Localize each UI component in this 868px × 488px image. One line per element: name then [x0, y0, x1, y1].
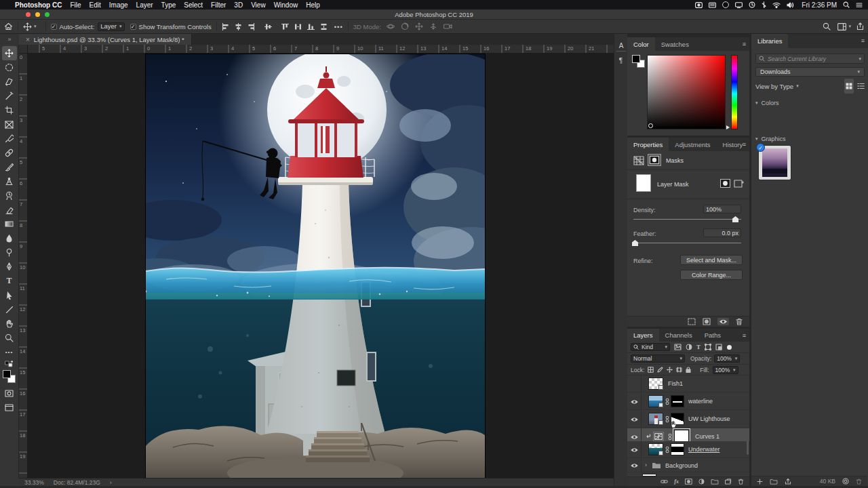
- density-slider-thumb[interactable]: [732, 216, 738, 222]
- select-and-mask-button[interactable]: Select and Mask...: [680, 255, 743, 265]
- lock-all-icon[interactable]: [686, 367, 691, 373]
- layer-mask-thumbnail[interactable]: [636, 174, 651, 192]
- document-tab[interactable]: × Lighthouse.psd @ 33.3% (Curves 1, Laye…: [19, 34, 192, 45]
- align-h-centers-icon[interactable]: [235, 23, 242, 30]
- brush-tool[interactable]: [2, 160, 17, 174]
- default-colors-icon[interactable]: [5, 361, 14, 367]
- sync-status-icon[interactable]: [842, 478, 849, 485]
- color-picker-cursor[interactable]: [648, 123, 653, 128]
- display-icon[interactable]: [735, 2, 743, 8]
- view-by-type-dropdown[interactable]: View by Type: [755, 83, 793, 90]
- tab-libraries[interactable]: Libraries: [751, 34, 788, 48]
- menubar-clock[interactable]: Fri 2:36 PM: [802, 1, 837, 9]
- load-selection-icon[interactable]: [688, 318, 696, 325]
- layer-name[interactable]: Curves 1: [695, 433, 719, 440]
- graphics-section-arrow[interactable]: ▾: [755, 136, 758, 142]
- toolbar-expand-button[interactable]: »: [0, 34, 19, 45]
- foreground-background-swatches[interactable]: [3, 370, 16, 384]
- library-search-chevron[interactable]: ▾: [859, 56, 861, 62]
- pen-tool[interactable]: [2, 260, 17, 274]
- menu-layer[interactable]: Layer: [136, 1, 153, 9]
- layer-row-fish1[interactable]: Fish1: [627, 375, 749, 392]
- ruler-top[interactable]: 543210123456789101112131415161718192021: [19, 45, 614, 54]
- filter-shape-icon[interactable]: [705, 344, 711, 350]
- layer-name[interactable]: waterline: [688, 398, 713, 405]
- opacity-dropdown[interactable]: 100%▾: [714, 354, 740, 363]
- feather-slider-thumb[interactable]: [632, 240, 638, 246]
- color-fg-swatch[interactable]: [632, 55, 640, 63]
- tab-paths[interactable]: Paths: [698, 329, 727, 342]
- layer-name[interactable]: Background: [665, 462, 698, 469]
- canvas-area[interactable]: 543210123456789101112131415161718192021 …: [19, 45, 614, 478]
- menu-select[interactable]: Select: [184, 1, 203, 9]
- type-tool[interactable]: T: [2, 274, 17, 288]
- bluetooth-icon[interactable]: [762, 1, 766, 8]
- distribute-h-icon[interactable]: [294, 23, 302, 30]
- edit-toolbar-button[interactable]: •••: [2, 345, 17, 359]
- clone-stamp-tool[interactable]: [2, 174, 17, 188]
- grid-view-button[interactable]: [844, 79, 854, 94]
- screen-record-icon[interactable]: [695, 2, 703, 8]
- visibility-toggle[interactable]: [627, 393, 642, 410]
- add-layer-mask-icon[interactable]: [685, 479, 692, 485]
- new-group-icon[interactable]: [711, 479, 719, 485]
- menu-file[interactable]: File: [70, 1, 81, 9]
- zoom-tool[interactable]: [2, 331, 17, 345]
- tab-swatches[interactable]: Swatches: [655, 37, 695, 51]
- layer-style-icon[interactable]: fx: [674, 479, 679, 485]
- quick-selection-tool[interactable]: [2, 89, 17, 103]
- menu-window[interactable]: Window: [274, 1, 298, 9]
- hand-tool[interactable]: [2, 317, 17, 331]
- saturation-brightness-field[interactable]: [647, 55, 726, 129]
- add-vector-mask-icon[interactable]: [734, 179, 744, 188]
- share-icon[interactable]: [856, 22, 864, 30]
- marquee-tool[interactable]: [2, 60, 17, 75]
- zoom-level[interactable]: 33.33%: [24, 479, 44, 486]
- tab-channels[interactable]: Channels: [659, 329, 698, 342]
- color-range-button[interactable]: Color Range...: [680, 270, 743, 280]
- mask-properties-icon[interactable]: [648, 154, 661, 166]
- tab-layers[interactable]: Layers: [627, 329, 659, 342]
- filter-pixel-icon[interactable]: [674, 344, 682, 350]
- spotlight-icon[interactable]: [843, 1, 850, 8]
- align-more-button[interactable]: •••: [334, 23, 343, 30]
- hue-slider-marker[interactable]: [726, 125, 730, 129]
- library-search-field[interactable]: Search Current Library ▾: [755, 54, 865, 64]
- lock-position-icon[interactable]: [667, 367, 673, 373]
- apply-mask-icon[interactable]: [703, 318, 711, 325]
- density-value[interactable]: 100%: [703, 205, 741, 214]
- layer-filter-dropdown[interactable]: Kind ▾: [631, 343, 670, 351]
- layer-mask-thumbnail[interactable]: [671, 443, 684, 455]
- dodge-tool[interactable]: [2, 245, 17, 260]
- path-selection-tool[interactable]: [2, 288, 17, 302]
- keyboard-icon[interactable]: [709, 2, 716, 8]
- visibility-toggle-empty[interactable]: [627, 375, 642, 392]
- volume-icon[interactable]: [787, 2, 794, 8]
- eraser-tool[interactable]: [2, 203, 17, 217]
- history-brush-tool[interactable]: [2, 188, 17, 203]
- library-graphic-asset[interactable]: ✓: [759, 146, 791, 180]
- layer-name[interactable]: Fish1: [668, 380, 683, 387]
- layer-thumbnail[interactable]: [648, 395, 663, 407]
- lasso-tool[interactable]: [2, 75, 17, 89]
- mask-link-icon[interactable]: [665, 446, 669, 453]
- link-layers-icon[interactable]: [660, 479, 668, 484]
- visibility-toggle[interactable]: [627, 459, 642, 472]
- mask-link-icon[interactable]: [668, 433, 672, 441]
- workspace-chevron[interactable]: ▾: [848, 24, 851, 29]
- new-layer-icon[interactable]: [725, 479, 732, 485]
- move-tool[interactable]: [2, 46, 17, 60]
- align-v-centers-icon[interactable]: [264, 23, 272, 30]
- select-mask-icon[interactable]: [720, 179, 730, 189]
- menu-filter[interactable]: Filter: [211, 1, 226, 9]
- colors-section-arrow[interactable]: ▾: [755, 100, 758, 106]
- doc-size-info[interactable]: Doc: 82.4M/1.23G: [54, 479, 100, 486]
- layers-scrollbar[interactable]: [747, 441, 749, 455]
- filter-toggle-switch[interactable]: [727, 345, 732, 350]
- menu-app-name[interactable]: Photoshop CC: [15, 1, 62, 9]
- lock-transparent-icon[interactable]: [648, 367, 654, 373]
- tab-close-icon[interactable]: ×: [26, 36, 30, 43]
- filter-type-icon[interactable]: T: [696, 344, 701, 350]
- view-by-chevron[interactable]: ▾: [796, 83, 799, 89]
- move-tool-option-icon[interactable]: [23, 22, 32, 31]
